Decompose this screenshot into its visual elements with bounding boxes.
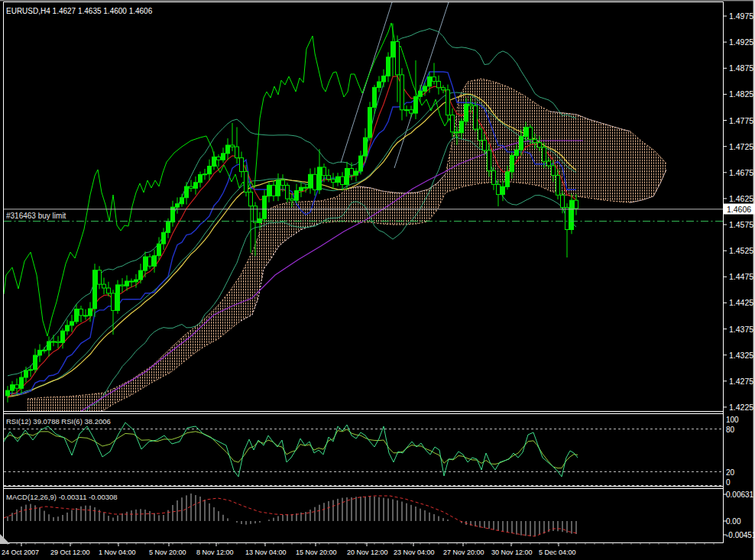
svg-text:#316463 buy limit: #316463 buy limit bbox=[6, 212, 66, 220]
svg-text:1 Nov 04:00: 1 Nov 04:00 bbox=[99, 549, 136, 556]
svg-text:0.00: 0.00 bbox=[726, 517, 741, 526]
svg-text:0: 0 bbox=[726, 478, 731, 487]
svg-text:23 Nov 04:00: 23 Nov 04:00 bbox=[394, 549, 435, 556]
svg-text:20: 20 bbox=[726, 468, 735, 477]
svg-text:15 Nov 20:00: 15 Nov 20:00 bbox=[296, 549, 337, 556]
svg-text:1.4275: 1.4275 bbox=[729, 377, 753, 386]
svg-text:1.4425: 1.4425 bbox=[729, 298, 753, 307]
svg-text:MACD(12,26,9) -0.00311 -0.0030: MACD(12,26,9) -0.00311 -0.00308 bbox=[6, 493, 118, 501]
svg-text:1.4325: 1.4325 bbox=[729, 351, 753, 360]
svg-text:30 Nov 12:00: 30 Nov 12:00 bbox=[491, 549, 533, 556]
svg-text:1.4375: 1.4375 bbox=[729, 325, 753, 334]
svg-text:5 Dec 04:00: 5 Dec 04:00 bbox=[539, 549, 576, 556]
svg-text:1.4875: 1.4875 bbox=[729, 63, 753, 73]
svg-text:EURUSD,H4 1.4627 1.4635 1.460: EURUSD,H4 1.4627 1.4635 1.4600 1.4606 bbox=[6, 7, 153, 15]
svg-text:5 Nov 20:00: 5 Nov 20:00 bbox=[149, 549, 186, 556]
svg-text:24 Oct 2007: 24 Oct 2007 bbox=[2, 549, 39, 556]
svg-text:100: 100 bbox=[726, 416, 739, 424]
svg-text:13 Nov 04:00: 13 Nov 04:00 bbox=[245, 549, 287, 556]
svg-text:1.4825: 1.4825 bbox=[729, 89, 753, 99]
svg-text:20 Nov 12:00: 20 Nov 12:00 bbox=[347, 549, 388, 556]
svg-text:1.4675: 1.4675 bbox=[729, 168, 753, 177]
svg-text:1.4975: 1.4975 bbox=[729, 11, 753, 21]
svg-text:1.4625: 1.4625 bbox=[729, 194, 753, 203]
svg-text:1.4475: 1.4475 bbox=[729, 272, 753, 281]
svg-text:0.00631: 0.00631 bbox=[726, 490, 754, 499]
svg-text:1.4606: 1.4606 bbox=[727, 205, 751, 214]
svg-text:80: 80 bbox=[726, 426, 735, 434]
svg-text:8 Nov 12:00: 8 Nov 12:00 bbox=[196, 549, 234, 556]
svg-text:29 Oct 12:00: 29 Oct 12:00 bbox=[50, 549, 90, 556]
svg-text:1.4525: 1.4525 bbox=[729, 246, 753, 255]
svg-text:1.4225: 1.4225 bbox=[729, 403, 753, 412]
svg-text:1.4775: 1.4775 bbox=[729, 116, 753, 125]
svg-text:27 Nov 20:00: 27 Nov 20:00 bbox=[443, 549, 484, 556]
svg-text:1.4575: 1.4575 bbox=[729, 220, 753, 229]
svg-text:RSI(12) 39.0788 RSI(6) 38.200: RSI(12) 39.0788 RSI(6) 38.2006 bbox=[6, 417, 111, 426]
svg-text:1.4725: 1.4725 bbox=[729, 142, 753, 151]
svg-text:1.4925: 1.4925 bbox=[729, 37, 753, 47]
svg-text:-0.00451: -0.00451 bbox=[726, 531, 755, 539]
